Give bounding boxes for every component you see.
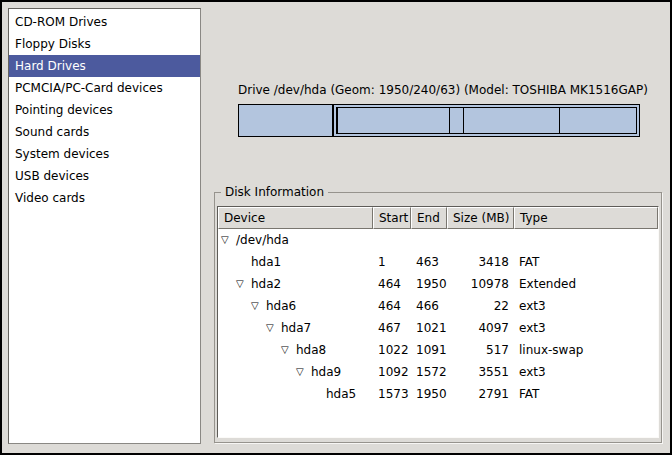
device-name: hda2 [251,273,281,295]
column-header-end[interactable]: End [411,207,447,229]
sidebar-item-system-devices[interactable]: System devices [9,143,200,165]
table-header-row: Device Start End Size (MB) Type [218,207,658,229]
start-value: 467 [373,317,411,339]
column-header-start[interactable]: Start [373,207,411,229]
table-row-hda5[interactable]: hda5 1573 1950 2791 FAT [218,383,658,405]
expander-icon[interactable]: ▽ [236,273,251,295]
size-value: 3551 [447,361,514,383]
device-name: hda5 [326,383,356,405]
drive-title: Drive /dev/hda (Geom: 1950/240/63) (Mode… [238,83,640,97]
end-value: 1950 [411,273,447,295]
sidebar-item-pcmcia-devices[interactable]: PCMCIA/PC-Card devices [9,77,200,99]
sidebar-item-hard-drives[interactable]: Hard Drives [9,55,200,77]
size-value: 517 [447,339,514,361]
size-value: 10978 [447,273,514,295]
type-value: linux-swap [514,339,658,361]
sidebar-item-video-cards[interactable]: Video cards [9,187,200,209]
table-row-hda8[interactable]: ▽ hda8 1022 1091 517 linux-swap [218,339,658,361]
sidebar-item-floppy-disks[interactable]: Floppy Disks [9,33,200,55]
device-name: hda9 [311,361,341,383]
start-value [373,229,411,251]
partition-tree-table: Device Start End Size (MB) Type ▽ /dev/h… [217,206,659,438]
start-value: 1022 [373,339,411,361]
end-value: 1021 [411,317,447,339]
start-value: 464 [373,295,411,317]
table-row-hda2[interactable]: ▽ hda2 464 1950 10978 Extended [218,273,658,295]
type-value: ext3 [514,295,658,317]
size-value [447,229,514,251]
size-value: 3418 [447,251,514,273]
size-value: 2791 [447,383,514,405]
disk-information-label: Disk Information [221,185,328,199]
type-value: ext3 [514,361,658,383]
end-value: 466 [411,295,447,317]
device-name: /dev/hda [236,229,289,251]
sidebar-item-pointing-devices[interactable]: Pointing devices [9,99,200,121]
type-value [514,229,658,251]
partition-segment-hda2-extended [333,104,640,137]
end-value: 1950 [411,383,447,405]
partition-segment-hda8 [450,108,464,133]
expander-icon[interactable]: ▽ [251,295,266,317]
expander-icon[interactable]: ▽ [296,361,311,383]
end-value: 1572 [411,361,447,383]
end-value: 463 [411,251,447,273]
start-value: 1 [373,251,411,273]
type-value: FAT [514,383,658,405]
table-row-hda9[interactable]: ▽ hda9 1092 1572 3551 ext3 [218,361,658,383]
type-value: Extended [514,273,658,295]
hardware-browser-window: CD-ROM Drives Floppy Disks Hard Drives P… [2,2,670,453]
start-value: 1092 [373,361,411,383]
partition-segment-hda9 [464,108,560,133]
end-value: 1091 [411,339,447,361]
device-name: hda8 [296,339,326,361]
table-row-dev-hda[interactable]: ▽ /dev/hda [218,229,658,251]
column-header-device[interactable]: Device [218,207,373,229]
sidebar-item-cdrom-drives[interactable]: CD-ROM Drives [9,11,200,33]
expander-icon[interactable]: ▽ [266,317,281,339]
partition-segment-hda7 [338,108,449,133]
start-value: 464 [373,273,411,295]
device-name: hda1 [251,251,281,273]
table-row-hda6[interactable]: ▽ hda6 464 466 22 ext3 [218,295,658,317]
partition-layout-bar [238,104,640,137]
start-value: 1573 [373,383,411,405]
partition-segment-hda5 [560,108,636,133]
partition-segment-hda1 [238,104,333,137]
expander-icon[interactable]: ▽ [221,229,236,251]
device-name: hda7 [281,317,311,339]
device-category-list: CD-ROM Drives Floppy Disks Hard Drives P… [8,8,201,444]
sidebar-item-sound-cards[interactable]: Sound cards [9,121,200,143]
expander-icon[interactable]: ▽ [281,339,296,361]
table-row-hda7[interactable]: ▽ hda7 467 1021 4097 ext3 [218,317,658,339]
disk-information-frame: Disk Information Device Start End Size (… [214,192,662,443]
sidebar-item-usb-devices[interactable]: USB devices [9,165,200,187]
device-name: hda6 [266,295,296,317]
table-row-hda1[interactable]: hda1 1 463 3418 FAT [218,251,658,273]
size-value: 22 [447,295,514,317]
end-value [411,229,447,251]
type-value: FAT [514,251,658,273]
type-value: ext3 [514,317,658,339]
size-value: 4097 [447,317,514,339]
logical-partitions-container [336,107,637,134]
column-header-size[interactable]: Size (MB) [447,207,514,229]
column-header-type[interactable]: Type [514,207,658,229]
